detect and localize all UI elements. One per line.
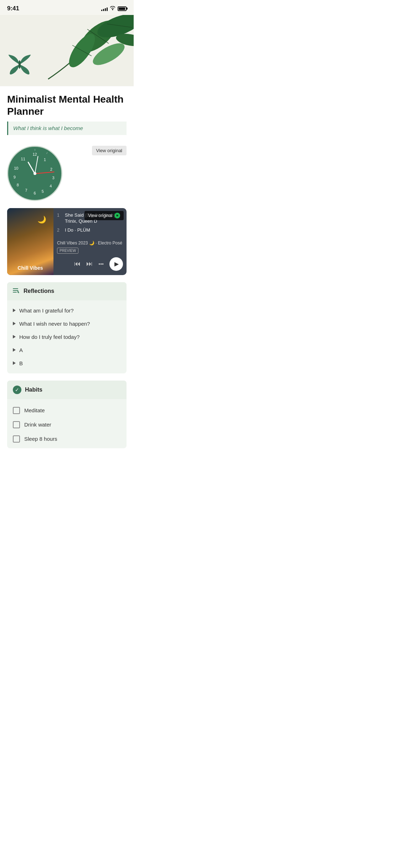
status-time: 9:41 — [7, 5, 19, 12]
battery-icon — [118, 6, 127, 11]
more-options-button[interactable]: ••• — [98, 261, 104, 267]
spotify-meta: Chill Vibes 2023 🌙 · Electro Posé PREVIE… — [53, 238, 127, 254]
expand-icon-3 — [13, 348, 16, 352]
playlist-meta-text: Chill Vibes 2023 🌙 · Electro Posé — [57, 241, 123, 246]
butterfly-icon — [7, 54, 32, 79]
clock-num-12: 12 — [32, 152, 37, 156]
clock-num-6: 6 — [34, 191, 36, 195]
clock-center-dot — [34, 172, 36, 175]
clock-widget: 12 1 2 3 4 5 6 7 8 9 10 11 — [7, 146, 62, 201]
habits-title: Habits — [25, 387, 42, 393]
track-num-2: 2 — [57, 227, 62, 233]
habit-checkbox-1[interactable] — [13, 421, 20, 428]
clock-num-4: 4 — [50, 184, 52, 188]
clock-num-2: 2 — [50, 167, 52, 171]
habit-items-list: Meditate Drink water Sleep 8 hours — [7, 399, 127, 448]
quote-text: What I think is what I become — [13, 125, 83, 131]
spotify-controls: ⏮ ⏭ ••• ▶ — [53, 254, 127, 275]
spotify-view-original-button[interactable]: View original — [84, 211, 124, 220]
reflection-text-2: How do I truly feel today? — [19, 334, 79, 340]
view-original-label: View original — [88, 213, 112, 218]
habit-item-0[interactable]: Meditate — [7, 403, 127, 418]
reflection-text-3: A — [19, 347, 23, 353]
expand-icon-1 — [13, 322, 16, 325]
quote-block: What I think is what I become — [7, 122, 127, 135]
clock-num-5: 5 — [42, 189, 44, 193]
spotify-album-art: 🌙 Chill Vibes — [7, 208, 53, 275]
reflections-icon — [13, 287, 20, 295]
clock-num-10: 10 — [14, 166, 18, 170]
clock-num-9: 9 — [14, 175, 16, 179]
habit-item-1[interactable]: Drink water — [7, 418, 127, 432]
spotify-logo — [114, 213, 120, 218]
clock-num-3: 3 — [52, 176, 55, 180]
album-title: Chill Vibes — [17, 265, 43, 271]
clock-view-original-button[interactable]: View original — [92, 146, 127, 155]
reflection-text-1: What I wish never to happen? — [19, 321, 90, 327]
clock-section: View original 12 1 2 3 4 5 6 7 8 9 10 11 — [0, 142, 134, 208]
reflection-item-4[interactable]: B — [7, 357, 127, 370]
expand-icon-0 — [13, 309, 16, 312]
clock-num-11: 11 — [21, 157, 25, 161]
signal-icon — [101, 6, 108, 11]
play-button[interactable]: ▶ — [109, 257, 123, 271]
leaves-decoration — [27, 15, 134, 86]
habits-check-icon: ✓ — [13, 386, 21, 394]
habit-label-0: Meditate — [24, 407, 45, 413]
reflection-item-3[interactable]: A — [7, 343, 127, 357]
status-icons — [101, 6, 127, 11]
reflection-item-0[interactable]: What am I grateful for? — [7, 304, 127, 317]
habit-label-2: Sleep 8 hours — [24, 436, 57, 442]
track-num-1: 1 — [57, 212, 62, 218]
habits-header: ✓ Habits — [7, 381, 127, 399]
reflection-item-2[interactable]: How do I truly feel today? — [7, 330, 127, 343]
clock-second-hand — [35, 171, 54, 174]
page-title: Minimalist Mental Health Planner — [0, 86, 134, 122]
habit-label-1: Drink water — [24, 422, 51, 428]
moon-icon: 🌙 — [37, 215, 46, 224]
status-bar: 9:41 — [0, 0, 134, 15]
reflections-header: Reflections — [7, 282, 127, 300]
reflection-text-0: What am I grateful for? — [19, 308, 74, 314]
reflections-title: Reflections — [24, 288, 54, 294]
clock-num-8: 8 — [17, 183, 19, 187]
habits-section: ✓ Habits Meditate Drink water Sleep 8 ho… — [7, 381, 127, 448]
wifi-icon — [110, 6, 115, 11]
clock-minute-hand — [35, 156, 38, 174]
expand-icon-2 — [13, 335, 16, 339]
clock-num-1: 1 — [44, 157, 46, 162]
track-title-2: I Do · PLÜM — [65, 227, 90, 233]
skip-back-button[interactable]: ⏮ — [74, 260, 81, 268]
expand-icon-4 — [13, 361, 16, 365]
reflection-text-4: B — [19, 360, 23, 366]
spotify-section: View original 🌙 Chill Vibes 1 She Said (… — [7, 208, 127, 275]
skip-forward-button[interactable]: ⏭ — [86, 260, 93, 268]
reflections-section: Reflections What am I grateful for? What… — [7, 282, 127, 373]
play-icon: ▶ — [114, 260, 119, 267]
habit-checkbox-0[interactable] — [13, 407, 20, 414]
preview-badge: PREVIEW — [57, 248, 78, 254]
reflection-item-1[interactable]: What I wish never to happen? — [7, 317, 127, 330]
track-item-2: 2 I Do · PLÜM — [57, 227, 123, 233]
clock-num-7: 7 — [25, 188, 27, 192]
habit-item-2[interactable]: Sleep 8 hours — [7, 432, 127, 446]
hero-section — [0, 15, 134, 86]
reflection-items-list: What am I grateful for? What I wish neve… — [7, 300, 127, 373]
svg-point-6 — [19, 60, 21, 69]
svg-point-0 — [112, 9, 113, 10]
habit-checkbox-2[interactable] — [13, 435, 20, 443]
clock-face: 12 1 2 3 4 5 6 7 8 9 10 11 — [8, 147, 61, 200]
